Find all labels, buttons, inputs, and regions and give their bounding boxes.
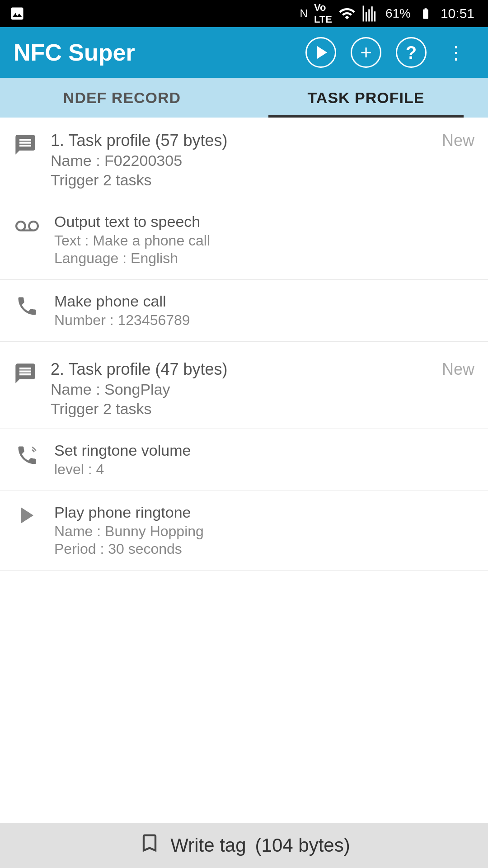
task-2-1-text: Set ringtone volume level : 4 [54, 442, 474, 478]
play-ringtone-icon [14, 505, 41, 528]
task-2-1-name: Set ringtone volume [54, 442, 474, 459]
task-1-1: Output text to speech Text : Make a phon… [0, 200, 488, 280]
profile-2-trigger: Trigger 2 tasks [51, 400, 474, 418]
profile-1-header: 1. Task profile (57 bytes) Name : F02200… [0, 118, 488, 200]
task-2-2-name: Play phone ringtone [54, 504, 474, 521]
profile-2-header: 2. Task profile (47 bytes) Name : SongPl… [0, 346, 488, 429]
task-1-2-name: Make phone call [54, 292, 474, 310]
battery-icon [417, 7, 434, 20]
tab-task-profile[interactable]: TASK PROFILE [244, 78, 488, 118]
status-left-icons [9, 0, 25, 27]
profile-2-name: Name : SongPlay [51, 381, 474, 398]
add-circle-icon: + [351, 37, 381, 68]
profile-2-text: 2. Task profile (47 bytes) Name : SongPl… [51, 360, 474, 418]
tab-ndef-record[interactable]: NDEF RECORD [0, 78, 244, 118]
profile-1-name: Name : F02200305 [51, 152, 474, 170]
task-2-1-detail1: level : 4 [54, 461, 474, 478]
nfc-indicator: N [300, 7, 308, 20]
profile-1-text: 1. Task profile (57 bytes) Name : F02200… [51, 131, 474, 189]
profile-1-badge: New [442, 131, 474, 150]
write-tag-bytes: (104 bytes) [255, 835, 350, 856]
time-display: 10:51 [441, 6, 474, 21]
task-1-1-detail1: Text : Make a phone call [54, 232, 474, 249]
profile-1-title: 1. Task profile (57 bytes) [51, 131, 474, 150]
task-1-1-text: Output text to speech Text : Make a phon… [54, 213, 474, 267]
write-tag-button[interactable]: Write tag (104 bytes) [0, 823, 488, 868]
task-2-2: Play phone ringtone Name : Bunny Hopping… [0, 491, 488, 571]
signal-icon [362, 5, 379, 22]
app-title: NFC Super [14, 39, 294, 66]
write-tag-icon [138, 831, 161, 860]
wifi-icon [338, 5, 356, 22]
content-area: 1. Task profile (57 bytes) Name : F02200… [0, 118, 488, 823]
task-2-2-detail1: Name : Bunny Hopping [54, 523, 474, 540]
profile-2-icon [14, 362, 37, 390]
status-bar: N VoLTE 61% 10:51 [0, 0, 488, 27]
play-circle-icon [305, 37, 336, 68]
help-circle-icon: ? [396, 37, 427, 68]
play-button[interactable] [303, 34, 339, 71]
task-1-2-detail1: Number : 123456789 [54, 312, 474, 329]
phone-icon [14, 294, 41, 322]
profile-1-trigger: Trigger 2 tasks [51, 171, 474, 189]
task-1-2-text: Make phone call Number : 123456789 [54, 292, 474, 329]
app-bar: NFC Super + ? ⋮ [0, 27, 488, 78]
task-1-2: Make phone call Number : 123456789 [0, 280, 488, 342]
profile-1-icon [14, 133, 37, 161]
battery-percent: 61% [385, 6, 411, 21]
write-tag-label: Write tag [170, 835, 246, 856]
play-dark-triangle-icon [21, 507, 33, 524]
task-2-1: Set ringtone volume level : 4 [0, 429, 488, 491]
task-2-2-detail2: Period : 30 seconds [54, 541, 474, 557]
volte-indicator: VoLTE [314, 2, 332, 25]
profile-2-title: 2. Task profile (47 bytes) [51, 360, 474, 379]
more-dots-icon: ⋮ [447, 42, 466, 63]
voicemail-icon [14, 215, 41, 243]
add-button[interactable]: + [348, 34, 384, 71]
task-1-1-name: Output text to speech [54, 213, 474, 231]
tab-bar: NDEF RECORD TASK PROFILE [0, 78, 488, 118]
play-triangle-icon [317, 46, 327, 59]
image-icon [9, 5, 25, 22]
task-1-1-detail2: Language : English [54, 250, 474, 267]
profile-2-badge: New [442, 360, 474, 379]
more-button[interactable]: ⋮ [438, 34, 474, 71]
task-2-2-text: Play phone ringtone Name : Bunny Hopping… [54, 504, 474, 557]
help-button[interactable]: ? [393, 34, 429, 71]
ringtone-icon [14, 443, 41, 472]
